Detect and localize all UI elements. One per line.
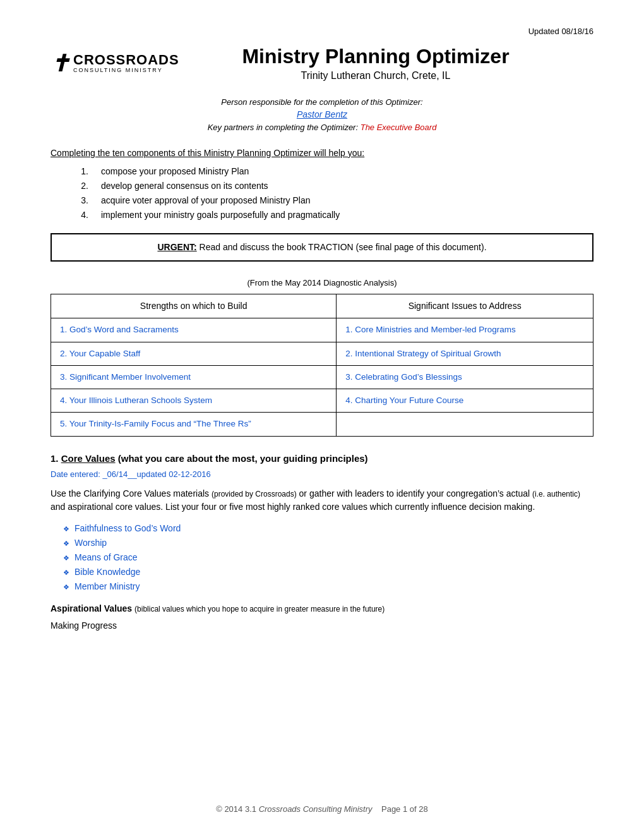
table-row: 5. Your Trinity-Is-Family Focus and “The… (51, 413, 593, 436)
urgent-label: URGENT: (157, 242, 196, 252)
body1-end: and aspirational core values. List your … (51, 502, 535, 512)
cross-icon: ✝ (51, 52, 69, 75)
making-progress: Making Progress (51, 619, 593, 632)
issue-4: 4. Charting Your Future Course (345, 396, 463, 405)
updated-date: Updated 08/18/16 (51, 25, 593, 38)
list-item: 4. implement your ministry goals purpose… (76, 208, 593, 222)
aspirational-section: Aspirational Values (biblical values whi… (51, 602, 593, 615)
list-text-3: acquire voter approval of your proposed … (101, 194, 311, 207)
section1-body: Use the Clarifying Core Values materials… (51, 487, 593, 514)
urgent-box: URGENT: Read and discuss the book TRACTI… (51, 233, 593, 262)
list-text-1: compose your proposed Ministry Plan (101, 165, 249, 178)
section1-subtitle: (what you care about the most, your guid… (118, 453, 368, 464)
issue-3: 3. Celebrating God’s Blessings (345, 372, 462, 382)
footer-page-label: Page (381, 804, 400, 814)
logo-area: ✝ CROSSROADS CONSULTING MINISTRY (51, 52, 158, 75)
footer-total: 28 (419, 804, 427, 814)
subtitle: Trinity Lutheran Church, Crete, IL (158, 68, 593, 83)
partners-line: Key partners in completing the Optimizer… (51, 121, 593, 134)
body1-start: Use the Clarifying Core Values materials (51, 488, 209, 499)
table-row: 2. Your Capable Staff 2. Intentional Str… (51, 342, 593, 365)
core-value-5: Member Ministry (63, 580, 593, 593)
completing-header: Completing the ten components of this Mi… (51, 147, 593, 160)
table-header-right: Significant Issues to Address (337, 294, 593, 318)
table-header-left: Strengths on which to Build (51, 294, 337, 318)
section1-title: Core Values (61, 453, 116, 464)
section1-heading: 1. Core Values (what you care about the … (51, 452, 593, 466)
responsible-section: Person responsible for the completion of… (51, 96, 593, 134)
strength-1: 1. God’s Word and Sacraments (60, 325, 179, 334)
aspirational-heading: Aspirational Values (51, 603, 132, 613)
body1-small2: (i.e. authentic) (532, 490, 580, 499)
header-section: ✝ CROSSROADS CONSULTING MINISTRY Ministr… (51, 44, 593, 83)
logo-box: ✝ CROSSROADS CONSULTING MINISTRY (51, 52, 158, 75)
core-value-4: Bible Knowledge (63, 565, 593, 579)
footer-of: of (410, 804, 417, 814)
completing-section: Completing the ten components of this Mi… (51, 147, 593, 222)
issue-2: 2. Intentional Strategy of Spiritual Gro… (345, 349, 501, 358)
strength-4: 4. Your Illinois Lutheran Schools System (60, 396, 212, 405)
body1-mid: or gather with leaders to identify your … (299, 488, 530, 499)
core-value-2: Worship (63, 536, 593, 550)
strength-5: 5. Your Trinity-Is-Family Focus and “The… (60, 419, 251, 428)
core-values-list: Faithfulness to God’s Word Worship Means… (51, 522, 593, 593)
aspirational-note: (biblical values which you hope to acqui… (134, 605, 385, 613)
table-row: 4. Your Illinois Lutheran Schools System… (51, 389, 593, 413)
table-row: 3. Significant Member Involvement 3. Cel… (51, 365, 593, 389)
exec-board-name: The Executive Board (361, 123, 437, 132)
diagnostic-note: (From the May 2014 Diagnostic Analysis) (51, 277, 593, 289)
title-area: Ministry Planning Optimizer Trinity Luth… (158, 44, 593, 83)
footer-italic: Crossroads Consulting Ministry (259, 804, 373, 814)
core-value-1: Faithfulness to God’s Word (63, 522, 593, 535)
responsible-label: Person responsible for the completion of… (51, 96, 593, 109)
page: Updated 08/18/16 ✝ CROSSROADS CONSULTING… (0, 0, 644, 834)
list-num-4: 4. (76, 208, 88, 222)
list-num-1: 1. (76, 165, 88, 178)
list-item: 1. compose your proposed Ministry Plan (76, 165, 593, 178)
strength-3: 3. Significant Member Involvement (60, 372, 191, 382)
urgent-suffix: (see final page of this document). (356, 242, 487, 252)
completing-list: 1. compose your proposed Ministry Plan 2… (51, 165, 593, 222)
footer-copyright: © 2014 3.1 (216, 804, 256, 814)
footer-page-num: 1 (403, 804, 407, 814)
issue-1: 1. Core Ministries and Member-led Progra… (345, 325, 515, 334)
list-num-2: 2. (76, 179, 88, 193)
body1-small: (provided by Crossroads) (212, 490, 297, 499)
list-num-3: 3. (76, 194, 88, 207)
partners-label: Key partners in completing the Optimizer… (208, 123, 358, 132)
list-text-4: implement your ministry goals purposeful… (101, 208, 340, 222)
list-item: 2. develop general consensus on its cont… (76, 179, 593, 193)
core-value-3: Means of Grace (63, 551, 593, 564)
table-row: 1. God’s Word and Sacraments 1. Core Min… (51, 318, 593, 342)
list-item: 3. acquire voter approval of your propos… (76, 194, 593, 207)
strengths-table: Strengths on which to Build Significant … (51, 294, 593, 436)
list-text-2: develop general consensus on its content… (101, 179, 268, 193)
strength-2: 2. Your Capable Staff (60, 349, 140, 358)
main-title: Ministry Planning Optimizer (158, 44, 593, 68)
urgent-text: Read and discuss the book TRACTION (197, 242, 356, 252)
responsible-name: Pastor Bentz (297, 109, 347, 119)
section1-date: Date entered: _06/14__updated 02-12-2016 (51, 468, 593, 481)
section1-num: 1. (51, 453, 59, 464)
footer: © 2014 3.1 Crossroads Consulting Ministr… (51, 803, 593, 816)
